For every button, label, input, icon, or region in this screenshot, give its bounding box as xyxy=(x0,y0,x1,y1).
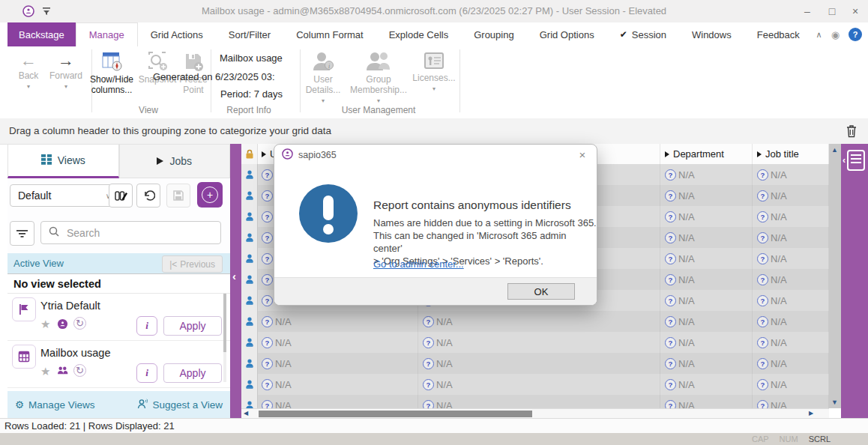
licenses-button[interactable]: Licenses... ▾ xyxy=(411,51,457,94)
tab-jobs[interactable]: Jobs xyxy=(119,144,231,178)
apply-button[interactable]: Apply xyxy=(163,363,222,383)
tab-manage[interactable]: Manage xyxy=(76,22,138,46)
previous-view-button[interactable]: |< Previous xyxy=(162,255,223,273)
dialog-close-icon[interactable]: × xyxy=(573,146,592,164)
table-row[interactable]: ?N/A?N/A?N/A?N/A xyxy=(241,311,829,332)
cell-department[interactable]: ?N/A xyxy=(660,164,753,185)
tab-session[interactable]: ✔Session xyxy=(607,22,679,46)
cell-col1[interactable]: ?N/A xyxy=(418,332,660,353)
tab-feedback[interactable]: Feedback xyxy=(744,22,813,46)
cell-job-title[interactable]: ?N/A xyxy=(753,185,829,206)
cell-u[interactable]: ?N/A xyxy=(257,374,418,395)
close-button[interactable]: × xyxy=(844,0,867,22)
star-icon[interactable]: ★ xyxy=(40,365,50,378)
cell-col1[interactable]: ?N/A xyxy=(418,311,660,332)
cell-u[interactable]: ?N/A xyxy=(257,311,418,332)
view-info-button[interactable]: i xyxy=(136,316,157,336)
cell-department[interactable]: ?N/A xyxy=(660,269,753,290)
cell-department[interactable]: ?N/A xyxy=(660,185,753,206)
cell-col1[interactable]: ?N/A xyxy=(418,374,660,395)
tab-grid-options[interactable]: Grid Options xyxy=(527,22,607,46)
tab-column-format[interactable]: Column Format xyxy=(283,22,376,46)
cell-department[interactable]: ?N/A xyxy=(660,290,753,311)
tab-grid-actions[interactable]: Grid Actions xyxy=(138,22,216,46)
cell-department[interactable]: ?N/A xyxy=(660,332,753,353)
rename-view-button[interactable] xyxy=(109,184,133,208)
cell-department[interactable]: ?N/A xyxy=(660,374,753,395)
cell-department[interactable]: ?N/A xyxy=(660,206,753,227)
tab-sort-filter[interactable]: Sort/Filter xyxy=(216,22,283,46)
column-header-job-title[interactable]: Job title xyxy=(753,144,829,164)
forward-button[interactable]: → Forward ▾ xyxy=(46,51,85,92)
tab-windows[interactable]: Windows xyxy=(679,22,744,46)
cell-department[interactable]: ?N/A xyxy=(660,353,753,374)
suggest-view-link[interactable]: Suggest a View xyxy=(137,399,223,411)
cell-department[interactable]: ?N/A xyxy=(660,248,753,269)
cell-u[interactable]: ?N/A xyxy=(257,353,418,374)
cell-job-title[interactable]: ?N/A xyxy=(753,206,829,227)
add-view-button[interactable]: + xyxy=(197,182,223,208)
cell-job-title[interactable]: ?N/A xyxy=(753,311,829,332)
help-icon[interactable]: ? xyxy=(849,28,862,41)
cell-u[interactable]: ?N/A xyxy=(257,332,418,353)
table-row[interactable]: ?N/A?N/A?N/A?N/A xyxy=(241,353,829,374)
record-icon[interactable]: ◉ xyxy=(831,29,840,40)
vertical-scrollbar[interactable]: ▲ ▼ xyxy=(829,144,841,408)
search-input[interactable] xyxy=(65,226,196,240)
tab-grouping[interactable]: Grouping xyxy=(461,22,526,46)
table-row[interactable]: ?N/A?N/A?N/A?N/A xyxy=(241,395,829,408)
maximize-button[interactable]: □ xyxy=(821,0,843,22)
go-to-admin-center-link[interactable]: Go to admin center... xyxy=(373,258,464,270)
trash-icon[interactable] xyxy=(846,124,858,140)
view-set-select[interactable]: Default ∨ xyxy=(10,184,119,207)
cell-department[interactable]: ?N/A xyxy=(660,227,753,248)
scroll-left-icon[interactable]: ◀ xyxy=(244,410,248,417)
cell-job-title[interactable]: ?N/A xyxy=(753,395,829,408)
show-hide-columns-button[interactable]: Show/Hide columns... xyxy=(87,51,136,95)
cell-col1[interactable]: ?N/A xyxy=(418,395,660,408)
filter-icon[interactable] xyxy=(10,221,34,246)
right-flyout-panel[interactable]: ‹ xyxy=(841,144,868,418)
tab-explode-cells[interactable]: Explode Cells xyxy=(376,22,462,46)
cell-job-title[interactable]: ?N/A xyxy=(753,332,829,353)
cell-job-title[interactable]: ?N/A xyxy=(753,164,829,185)
apply-button[interactable]: Apply xyxy=(163,316,222,336)
collapse-ribbon-icon[interactable]: ∧ xyxy=(816,30,822,40)
view-card[interactable]: Mailbox usage★↻iApply xyxy=(7,341,230,388)
view-card[interactable]: Ytria Default★↻iApply xyxy=(7,294,230,341)
save-view-button[interactable] xyxy=(166,184,190,208)
ok-button[interactable]: OK xyxy=(507,283,575,300)
cell-job-title[interactable]: ?N/A xyxy=(753,290,829,311)
cell-u[interactable]: ?N/A xyxy=(257,395,418,408)
undo-icon[interactable] xyxy=(136,184,160,208)
table-row[interactable]: ?N/A?N/A?N/A?N/A xyxy=(241,332,829,353)
cell-job-title[interactable]: ?N/A xyxy=(753,353,829,374)
cell-job-title[interactable]: ?N/A xyxy=(753,374,829,395)
horizontal-scrollbar[interactable]: ◀ ▶ xyxy=(241,408,829,418)
scroll-right-icon[interactable]: ▶ xyxy=(809,410,813,417)
manage-views-link[interactable]: ⚙ Manage Views xyxy=(15,399,94,411)
horizontal-scroll-thumb[interactable] xyxy=(259,411,532,417)
right-flyout-toggle[interactable]: ‹ xyxy=(843,150,865,171)
minimize-button[interactable]: – xyxy=(796,0,819,22)
cell-job-title[interactable]: ?N/A xyxy=(753,248,829,269)
grouping-zone[interactable]: Drag a column header to this grouping zo… xyxy=(0,118,868,145)
group-membership-button[interactable]: Group Membership... ▾ xyxy=(348,51,409,106)
user-details-button[interactable]: i User Details... ▾ xyxy=(300,51,346,106)
card-list-scrollbar[interactable] xyxy=(223,294,226,382)
cell-col1[interactable]: ?N/A xyxy=(418,353,660,374)
column-header-department[interactable]: Department xyxy=(660,144,753,164)
view-info-button[interactable]: i xyxy=(136,363,157,383)
back-button[interactable]: ← Back ▾ xyxy=(12,51,45,92)
star-icon[interactable]: ★ xyxy=(40,318,50,331)
cell-job-title[interactable]: ?N/A xyxy=(753,227,829,248)
tab-views[interactable]: Views xyxy=(7,144,119,178)
panel-collapse-strip[interactable]: ‹ xyxy=(230,144,241,418)
scroll-up-icon[interactable]: ▲ xyxy=(831,146,838,154)
tab-backstage[interactable]: Backstage xyxy=(7,22,76,46)
cell-department[interactable]: ?N/A xyxy=(660,311,753,332)
table-row[interactable]: ?N/A?N/A?N/A?N/A xyxy=(241,374,829,395)
cell-job-title[interactable]: ?N/A xyxy=(753,269,829,290)
cell-department[interactable]: ?N/A xyxy=(660,395,753,408)
scroll-down-icon[interactable]: ▼ xyxy=(831,399,838,406)
